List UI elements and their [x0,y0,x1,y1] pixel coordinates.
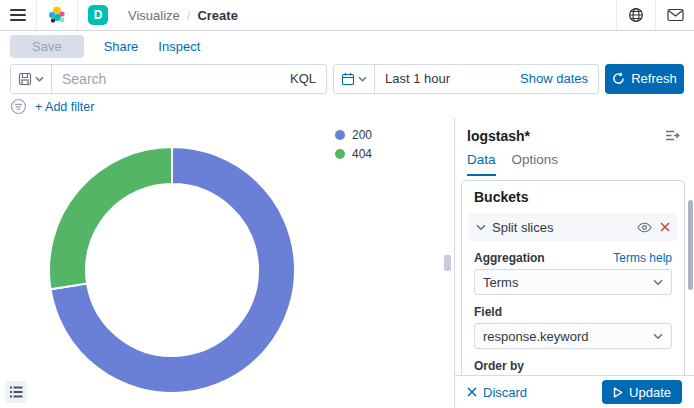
field-value: response.keyword [483,329,589,344]
visualize-toolbar: Save Share Inspect [0,31,694,62]
play-icon [613,387,623,398]
panel-resizer[interactable] [440,118,454,408]
buckets-section-title: Buckets [462,181,684,209]
share-button[interactable]: Share [104,39,139,54]
calendar-icon [341,72,355,86]
search-box: KQL [10,64,327,94]
bucket-type-label: Split slices [492,220,631,235]
globe-icon [628,7,644,23]
breadcrumb-create: Create [197,8,237,23]
chevron-down-icon [476,224,486,231]
bucket-row-actions [637,222,670,233]
legend-label: 200 [352,128,372,142]
filter-list-icon[interactable] [10,98,27,115]
mail-icon [667,8,684,22]
split-slices-accordion[interactable]: Split slices [468,213,678,241]
hamburger-icon [10,9,26,21]
aggregation-value: Terms [483,275,518,290]
donut-chart [47,145,297,395]
chevron-down-icon [653,279,663,286]
legend-item-404[interactable]: 404 [335,147,372,161]
list-icon [10,386,23,398]
discard-button[interactable]: Discard [467,385,527,400]
aggregation-label: Aggregation [474,251,545,265]
visualization-chart-area: 200404 [0,118,440,408]
panel-header: logstash* [455,118,694,144]
tab-data[interactable]: Data [467,152,496,176]
save-button[interactable]: Save [10,35,84,58]
elastic-logo-icon [47,5,67,25]
editor-scroll-area[interactable]: Buckets Split slices [455,176,694,375]
search-input[interactable] [52,65,280,93]
aggregation-field-group: Aggregation Terms help Terms [462,241,684,295]
index-pattern-title: logstash* [467,128,530,144]
refresh-button[interactable]: Refresh [605,64,684,94]
kibana-visualize-app: D Visualize / Create [0,0,694,408]
add-filter-button[interactable]: + Add filter [35,100,94,114]
saved-query-icon [18,72,32,86]
panel-footer: Discard Update [455,375,694,408]
buckets-card: Buckets Split slices [461,180,685,375]
chevron-down-icon [35,76,44,82]
space-badge: D [88,5,108,25]
legend-label: 404 [352,147,372,161]
aggregation-select[interactable]: Terms [474,269,672,295]
field-field-group: Field response.keyword [462,295,684,349]
saved-query-menu-button[interactable] [11,65,52,93]
field-select[interactable]: response.keyword [474,323,672,349]
eye-icon[interactable] [637,222,652,233]
visualization-editor-panel: logstash* Data Options Buckets [454,118,694,408]
elastic-home-button[interactable] [37,0,77,30]
discard-x-icon [467,387,477,397]
filter-bar: + Add filter [0,95,694,118]
update-label: Update [629,385,671,400]
legend-toggle-button[interactable] [5,381,27,403]
pie-slice-404[interactable] [49,147,172,289]
breadcrumb: Visualize / Create [118,8,238,23]
discard-label: Discard [483,385,527,400]
field-label: Field [474,305,502,319]
topbar-right-actions [616,0,694,30]
update-button[interactable]: Update [602,380,682,404]
help-button[interactable] [617,0,655,30]
legend-item-200[interactable]: 200 [335,128,372,142]
query-bar: KQL Last 1 hour Show dates Refresh [0,62,694,95]
chevron-down-icon [653,333,663,340]
chart-legend: 200404 [335,128,372,161]
resizer-grip-icon [444,255,451,271]
tab-options[interactable]: Options [512,152,559,176]
app-menu-button[interactable] [0,0,36,30]
kql-syntax-button[interactable]: KQL [280,71,326,86]
inspect-button[interactable]: Inspect [158,39,200,54]
main-content: 200404 logstash* [0,118,694,408]
date-picker: Last 1 hour Show dates [333,64,599,94]
panel-scrollbar[interactable] [688,200,693,290]
menu-right-icon [665,129,680,142]
time-range-value[interactable]: Last 1 hour [375,71,510,86]
terms-help-link[interactable]: Terms help [613,251,672,265]
remove-x-icon[interactable] [660,222,670,232]
breadcrumb-visualize[interactable]: Visualize [128,8,180,23]
space-selector[interactable]: D [78,0,118,30]
refresh-icon [612,72,625,85]
collapse-panel-button[interactable] [663,127,682,144]
top-navigation-bar: D Visualize / Create [0,0,694,31]
feedback-button[interactable] [656,0,694,30]
legend-color-dot [335,130,345,140]
breadcrumb-separator: / [187,8,191,23]
show-dates-button[interactable]: Show dates [510,71,598,86]
legend-color-dot [335,149,345,159]
order-by-label: Order by [474,359,524,373]
chevron-down-icon [358,76,367,82]
refresh-label: Refresh [631,71,677,86]
order-by-field-group: Order by Metric: Count [462,349,684,375]
editor-tabs: Data Options [455,144,694,176]
date-quick-select-button[interactable] [334,65,375,93]
